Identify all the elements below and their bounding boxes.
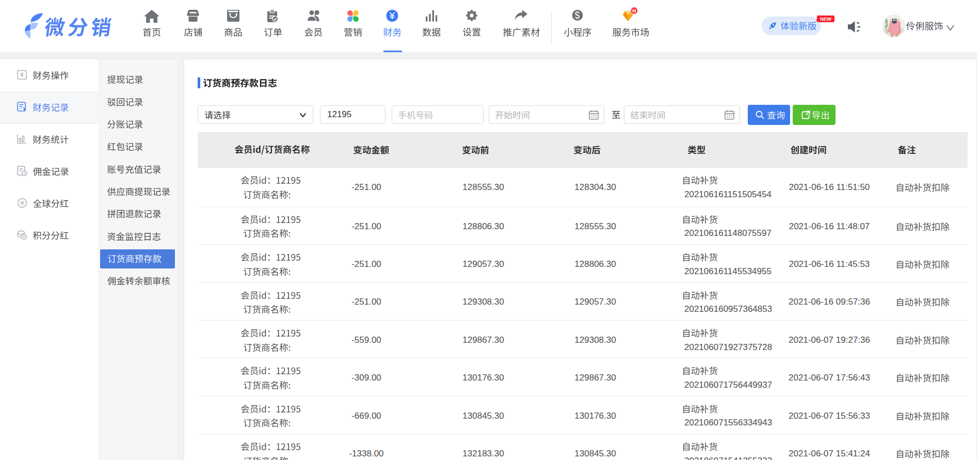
svg-text:H: H (633, 8, 636, 13)
